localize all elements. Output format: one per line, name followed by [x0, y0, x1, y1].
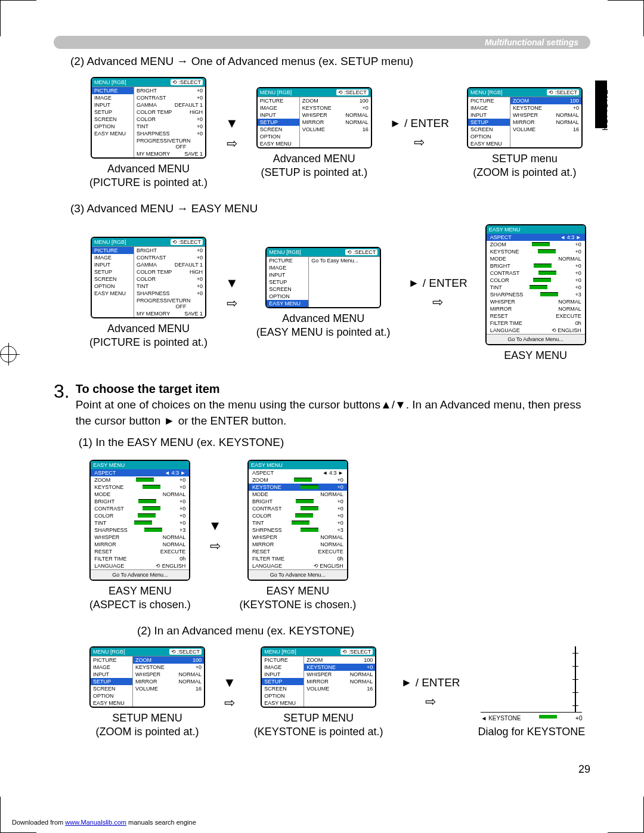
menu-value-row[interactable]: COLOR TEMPHiGH [134, 268, 205, 275]
easy-menu-row[interactable]: TINT+0 [249, 519, 347, 527]
menu-value-row[interactable]: ZOOM100 [300, 97, 371, 104]
menu-item[interactable]: OPTION [258, 133, 299, 140]
menu-value-row[interactable]: VOLUME16 [510, 126, 581, 133]
menu-value-row[interactable]: KEYSTONE+0 [133, 664, 204, 671]
menu-item[interactable]: IMAGE [258, 104, 299, 112]
footer-link[interactable]: www.Manualslib.com [65, 819, 126, 826]
easy-menu-row[interactable]: CONTRAST+0 [91, 505, 189, 512]
menu-value-row[interactable]: CONTRAST+0 [134, 254, 205, 261]
menu-value-row[interactable]: WHISPERNORMAL [510, 112, 581, 119]
menu-value-row[interactable]: TINT+0 [134, 123, 205, 130]
menu-item[interactable]: SCREEN [258, 126, 299, 133]
menu-item[interactable]: SCREEN [92, 116, 134, 123]
menu-item[interactable]: INPUT [262, 671, 304, 678]
menu-item[interactable]: PICTURE [468, 97, 510, 104]
easy-menu-row[interactable]: LANGUAGE⟲ ENGLISH [487, 327, 585, 334]
menu-item[interactable]: OPTION [262, 692, 304, 699]
menu-value-row[interactable]: WHISPERNORMAL [300, 112, 371, 119]
easy-menu-row[interactable]: LANGUAGE⟲ ENGLISH [91, 562, 189, 569]
menu-value-row[interactable]: ZOOM100 [133, 657, 204, 664]
easy-menu-row[interactable]: SHRPNESS+3 [249, 527, 347, 534]
easy-menu-row[interactable]: MODENORMAL [487, 255, 585, 262]
menu-value-row[interactable]: WHISPERNORMAL [133, 671, 204, 678]
menu-value-row[interactable]: VOLUME16 [304, 685, 375, 692]
menu-value-row[interactable]: GAMMADEFAULT 1 [134, 261, 205, 268]
goto-advance[interactable]: Go To Advance Menu... [249, 569, 347, 580]
menu-item[interactable]: EASY MENU [468, 140, 510, 147]
menu-item[interactable]: EASY MENU [258, 140, 299, 147]
menu-value-row[interactable]: COLOR+0 [134, 116, 205, 123]
easy-menu-row[interactable]: CONTRAST+0 [249, 505, 347, 512]
easy-menu-row[interactable]: BRIGHT+0 [91, 498, 189, 505]
menu-value-row[interactable]: TINT+0 [134, 283, 205, 290]
menu-value-row[interactable]: COLOR TEMPHiGH [134, 109, 205, 116]
menu-item[interactable]: OPTION [92, 283, 134, 290]
easy-menu-row[interactable]: RESETEXECUTE [91, 548, 189, 555]
easy-menu-row[interactable]: ASPECT◄ 4:3 ► [91, 469, 189, 476]
menu-item[interactable]: SCREEN [91, 685, 132, 692]
easy-menu-row[interactable]: COLOR+0 [487, 277, 585, 284]
easy-menu-row[interactable]: WHISPERNORMAL [487, 298, 585, 305]
menu-item[interactable]: OPTION [92, 123, 134, 130]
menu-value-row[interactable]: SHARPNESS+0 [134, 130, 205, 137]
menu-value-row[interactable]: VOLUME16 [133, 685, 204, 692]
menu-item[interactable]: SETUP [267, 278, 308, 286]
menu-item[interactable]: SETUP [91, 678, 132, 685]
easy-menu-row[interactable]: BRIGHT+0 [487, 262, 585, 270]
easy-menu-row[interactable]: ASPECT◄ 4:3 ► [249, 469, 347, 476]
easy-menu-row[interactable]: WHISPERNORMAL [91, 534, 189, 541]
menu-item[interactable]: INPUT [92, 261, 134, 268]
menu-value-row[interactable]: WHISPERNORMAL [304, 671, 375, 678]
menu-item[interactable]: IMAGE [267, 264, 308, 271]
menu-item[interactable]: SETUP [468, 119, 510, 126]
menu-item[interactable]: SETUP [258, 119, 299, 126]
menu-item[interactable]: PICTURE [92, 87, 134, 94]
menu-value-row[interactable]: BRIGHT+0 [134, 247, 205, 254]
menu-item[interactable]: IMAGE [92, 94, 134, 101]
easy-menu-row[interactable]: RESETEXECUTE [249, 548, 347, 555]
menu-item[interactable]: EASY MENU [92, 130, 134, 137]
menu-value-row[interactable]: KEYSTONE+0 [300, 104, 371, 112]
menu-item[interactable]: EASY MENU [262, 699, 304, 707]
menu-value-row[interactable]: MY MEMORYSAVE 1 [134, 150, 205, 157]
easy-menu-row[interactable]: COLOR+0 [249, 512, 347, 519]
menu-value-row[interactable]: BRIGHT+0 [134, 87, 205, 94]
menu-item[interactable]: IMAGE [262, 664, 304, 671]
goto-advance[interactable]: Go To Advance Menu... [487, 334, 585, 344]
easy-menu-row[interactable]: FILTER TIME0h [91, 555, 189, 562]
menu-value-row[interactable]: MIRRORNORMAL [510, 119, 581, 126]
easy-menu-row[interactable]: KEYSTONE+0 [249, 484, 347, 491]
menu-item[interactable]: OPTION [267, 293, 308, 300]
menu-item[interactable]: INPUT [258, 112, 299, 119]
easy-menu-row[interactable]: WHISPERNORMAL [249, 534, 347, 541]
goto-advance[interactable]: Go To Advance Menu... [91, 569, 189, 580]
menu-value-row[interactable]: ZOOM100 [304, 657, 375, 664]
easy-menu-row[interactable]: ZOOM+0 [91, 476, 189, 484]
easy-menu-row[interactable]: FILTER TIME0h [249, 555, 347, 562]
menu-item[interactable]: OPTION [91, 692, 132, 699]
menu-item[interactable]: EASY MENU [91, 699, 132, 707]
menu-item[interactable]: EASY MENU [267, 300, 308, 307]
menu-value-row[interactable]: GAMMADEFAULT 1 [134, 101, 205, 109]
menu-item[interactable]: SETUP [262, 678, 304, 685]
easy-menu-row[interactable]: LANGUAGE⟲ ENGLISH [249, 562, 347, 569]
easy-menu-row[interactable]: TINT+0 [91, 519, 189, 527]
menu-item[interactable]: PICTURE [262, 657, 304, 664]
menu-item[interactable]: SCREEN [262, 685, 304, 692]
easy-menu-row[interactable]: COLOR+0 [91, 512, 189, 519]
menu-item[interactable]: IMAGE [468, 104, 510, 112]
menu-value-row[interactable]: ZOOM100 [510, 97, 581, 104]
menu-item[interactable]: INPUT [92, 101, 134, 109]
easy-menu-row[interactable]: FILTER TIME0h [487, 320, 585, 327]
easy-menu-row[interactable]: KEYSTONE+0 [487, 248, 585, 255]
menu-item[interactable]: PICTURE [267, 257, 308, 264]
easy-menu-row[interactable]: RESETEXECUTE [487, 312, 585, 320]
easy-menu-row[interactable]: MIRRORNORMAL [91, 541, 189, 548]
menu-value-row[interactable]: PROGRESSIVETURN OFF [134, 297, 205, 310]
easy-menu-row[interactable]: MIRRORNORMAL [487, 305, 585, 312]
menu-item[interactable]: OPTION [468, 133, 510, 140]
menu-value-row[interactable]: MIRRORNORMAL [133, 678, 204, 685]
easy-menu-row[interactable]: SHARPNESS+3 [487, 291, 585, 298]
easy-menu-row[interactable]: MIRRORNORMAL [249, 541, 347, 548]
menu-item[interactable]: INPUT [267, 271, 308, 278]
